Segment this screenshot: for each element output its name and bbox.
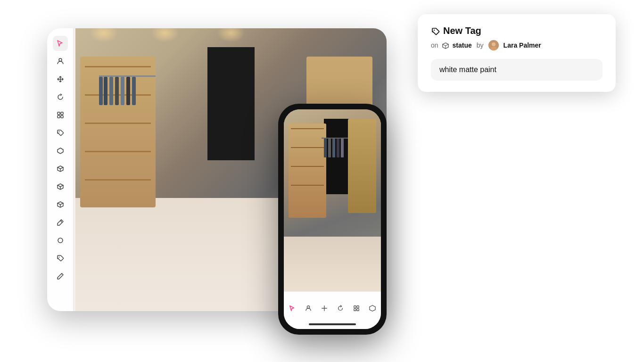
ceiling-light-2 bbox=[151, 28, 179, 42]
svg-point-15 bbox=[58, 257, 59, 258]
scene: New Tag on statue by Lara Palmer bbox=[0, 0, 644, 362]
svg-point-26 bbox=[490, 47, 497, 50]
phone-shelf bbox=[289, 123, 326, 218]
svg-marker-9 bbox=[58, 184, 63, 187]
svg-point-14 bbox=[58, 238, 63, 243]
phone-home-bar bbox=[309, 323, 356, 325]
phone-floor bbox=[284, 237, 381, 291]
svg-rect-3 bbox=[58, 115, 60, 118]
edit-tool-icon[interactable] bbox=[53, 269, 68, 284]
svg-rect-2 bbox=[61, 112, 63, 115]
cube-tool-1-icon[interactable] bbox=[53, 161, 68, 176]
phone-tag-icon[interactable] bbox=[369, 302, 376, 315]
doorway bbox=[207, 47, 255, 160]
phone-cursor-icon[interactable] bbox=[289, 302, 296, 315]
svg-point-5 bbox=[58, 132, 59, 132]
rotate-tool-icon[interactable] bbox=[53, 90, 68, 105]
svg-marker-7 bbox=[58, 166, 63, 169]
ceiling-light-3 bbox=[217, 28, 245, 42]
svg-rect-17 bbox=[354, 305, 356, 307]
phone-store-bg bbox=[284, 109, 381, 291]
svg-rect-19 bbox=[354, 308, 356, 310]
svg-marker-11 bbox=[58, 202, 63, 205]
new-tag-popup: New Tag on statue by Lara Palmer bbox=[418, 14, 616, 92]
cube-tool-2-icon[interactable] bbox=[53, 179, 68, 194]
user-tool-icon[interactable] bbox=[53, 54, 68, 69]
svg-point-16 bbox=[307, 305, 309, 308]
phone-grid-icon[interactable] bbox=[353, 302, 360, 315]
pen-tool-icon[interactable] bbox=[53, 215, 68, 230]
cursor-tool-icon[interactable] bbox=[53, 36, 68, 51]
svg-line-13 bbox=[60, 221, 62, 222]
object-tool-icon[interactable] bbox=[53, 143, 68, 158]
tag-input[interactable] bbox=[431, 59, 603, 81]
ceiling-light-1 bbox=[90, 28, 118, 42]
circle-tool-icon[interactable] bbox=[53, 233, 68, 248]
tablet-toolbar bbox=[47, 28, 74, 311]
cube-tool-3-icon[interactable] bbox=[53, 197, 68, 212]
svg-rect-20 bbox=[357, 308, 359, 310]
tag-icon bbox=[431, 25, 440, 36]
svg-rect-18 bbox=[357, 305, 359, 307]
svg-marker-6 bbox=[58, 148, 63, 154]
phone-move-icon[interactable] bbox=[321, 302, 328, 315]
phone-person-icon[interactable] bbox=[305, 302, 312, 315]
phone-screen bbox=[284, 109, 381, 329]
svg-point-0 bbox=[59, 58, 62, 61]
avatar bbox=[488, 40, 499, 50]
phone-toolbar bbox=[284, 291, 381, 329]
popup-title: New Tag bbox=[431, 25, 603, 36]
label-tool-icon[interactable] bbox=[53, 251, 68, 266]
move-tool-icon[interactable] bbox=[53, 72, 68, 87]
clothes-rack bbox=[99, 75, 156, 123]
tag-tool-icon[interactable] bbox=[53, 125, 68, 140]
popup-subtitle: on statue by Lara Palmer bbox=[431, 40, 603, 50]
grid-tool-icon[interactable] bbox=[53, 107, 68, 123]
svg-marker-21 bbox=[370, 305, 375, 311]
svg-point-25 bbox=[492, 42, 495, 46]
svg-rect-1 bbox=[58, 112, 60, 115]
svg-point-22 bbox=[434, 30, 435, 31]
svg-rect-4 bbox=[61, 115, 63, 118]
object-icon bbox=[442, 41, 449, 49]
phone-rotate-icon[interactable] bbox=[337, 302, 344, 315]
phone-device bbox=[278, 104, 387, 335]
